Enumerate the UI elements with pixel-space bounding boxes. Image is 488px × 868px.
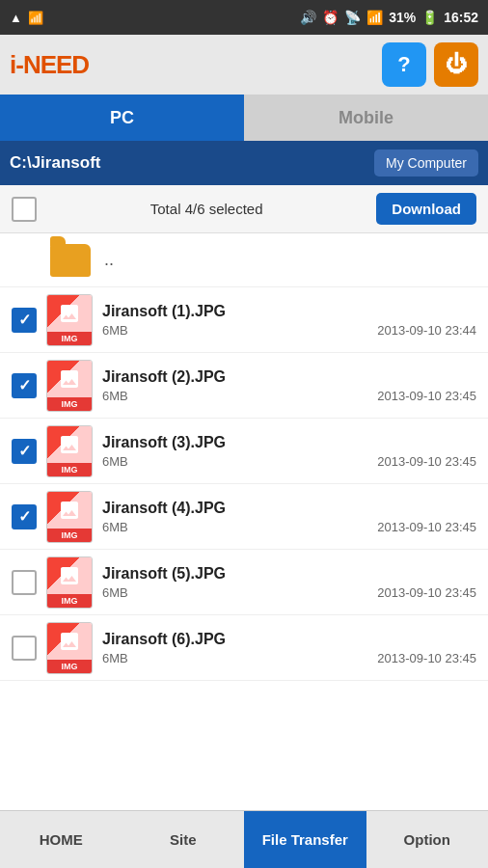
file-thumb-img-5 bbox=[47, 557, 92, 594]
header: i-NEED ? ⏻ bbox=[0, 35, 488, 95]
tab-pc[interactable]: PC bbox=[0, 95, 244, 141]
file-checkbox-3[interactable]: ✓ bbox=[12, 439, 37, 464]
file-row-1: ✓ IMG Jiransoft (1).JPG 6MB 2013-09-10 2… bbox=[0, 287, 488, 353]
tab-pc-label: PC bbox=[110, 108, 134, 128]
current-path: C:\Jiransoft bbox=[10, 153, 100, 173]
file-meta-1: 6MB 2013-09-10 23:44 bbox=[102, 323, 476, 338]
file-meta-5: 6MB 2013-09-10 23:45 bbox=[102, 585, 476, 600]
file-thumbnail-2: IMG bbox=[46, 360, 93, 412]
file-row-4: ✓ IMG Jiransoft (4).JPG 6MB 2013-09-10 2… bbox=[0, 484, 488, 550]
file-checkbox-2[interactable]: ✓ bbox=[12, 373, 37, 398]
file-type-label: IMG bbox=[47, 332, 92, 345]
signal-bars-icon: 📶 bbox=[366, 10, 383, 25]
file-size-1: 6MB bbox=[102, 323, 128, 338]
file-checkbox-1[interactable]: ✓ bbox=[12, 308, 37, 333]
selection-count: Total 4/6 selected bbox=[48, 201, 365, 217]
file-thumb-img-3 bbox=[47, 426, 92, 463]
checkmark-icon: ✓ bbox=[18, 376, 31, 394]
nav-option-label: Option bbox=[404, 831, 450, 848]
file-size-6: 6MB bbox=[102, 651, 128, 665]
path-bar: C:\Jiransoft My Computer bbox=[0, 141, 488, 185]
file-size-5: 6MB bbox=[102, 585, 128, 600]
file-row-3: ✓ IMG Jiransoft (3).JPG 6MB 2013-09-10 2… bbox=[0, 419, 488, 484]
file-meta-3: 6MB 2013-09-10 23:45 bbox=[102, 454, 476, 469]
nav-file-transfer-label: File Transfer bbox=[262, 831, 348, 848]
file-name-5: Jiransoft (5).JPG bbox=[102, 565, 476, 583]
file-size-4: 6MB bbox=[102, 520, 128, 534]
file-info-1: Jiransoft (1).JPG 6MB 2013-09-10 23:44 bbox=[102, 303, 476, 338]
tabs: PC Mobile bbox=[0, 95, 488, 141]
file-thumb-img-1 bbox=[47, 295, 92, 332]
alarm-icon: ⏰ bbox=[322, 10, 339, 25]
file-checkbox-4[interactable]: ✓ bbox=[12, 504, 37, 529]
status-right: 🔊 ⏰ 📡 📶 31% 🔋 16:52 bbox=[300, 10, 478, 25]
battery-icon: 🔋 bbox=[421, 10, 438, 25]
file-thumb-img-2 bbox=[47, 361, 92, 397]
my-computer-button[interactable]: My Computer bbox=[374, 149, 478, 176]
speaker-icon: 🔊 bbox=[300, 10, 316, 25]
file-date-6: 2013-09-10 23:45 bbox=[377, 651, 476, 665]
file-checkbox-5[interactable] bbox=[12, 570, 37, 595]
file-size-2: 6MB bbox=[102, 389, 128, 403]
file-info-2: Jiransoft (2).JPG 6MB 2013-09-10 23:45 bbox=[102, 368, 476, 403]
file-type-label: IMG bbox=[47, 529, 92, 542]
tab-mobile-label: Mobile bbox=[339, 108, 393, 128]
checkmark-icon: ✓ bbox=[18, 507, 31, 526]
signal-icon: 📶 bbox=[28, 11, 43, 25]
nav-option[interactable]: Option bbox=[366, 811, 489, 868]
nav-home[interactable]: HOME bbox=[0, 811, 122, 868]
parent-folder-row[interactable]: .. bbox=[0, 233, 488, 287]
file-date-2: 2013-09-10 23:45 bbox=[377, 389, 476, 403]
file-info-3: Jiransoft (3).JPG 6MB 2013-09-10 23:45 bbox=[102, 434, 476, 469]
wifi-icon: ▲ bbox=[10, 11, 22, 25]
file-thumb-img-6 bbox=[47, 623, 92, 660]
file-thumbnail-1: IMG bbox=[46, 294, 93, 346]
checkmark-icon: ✓ bbox=[18, 442, 31, 460]
nav-home-label: HOME bbox=[40, 831, 83, 848]
help-button[interactable]: ? bbox=[382, 42, 426, 87]
nav-site[interactable]: Site bbox=[122, 811, 245, 868]
power-button[interactable]: ⏻ bbox=[434, 42, 478, 87]
file-name-6: Jiransoft (6).JPG bbox=[102, 631, 476, 648]
file-date-5: 2013-09-10 23:45 bbox=[377, 585, 476, 600]
download-button[interactable]: Download bbox=[376, 193, 476, 225]
tab-mobile[interactable]: Mobile bbox=[244, 95, 488, 141]
file-meta-6: 6MB 2013-09-10 23:45 bbox=[102, 651, 476, 665]
file-type-label: IMG bbox=[47, 397, 92, 411]
file-size-3: 6MB bbox=[102, 454, 128, 469]
battery-text: 31% bbox=[389, 10, 416, 25]
image-icon bbox=[58, 630, 81, 653]
file-row-2: ✓ IMG Jiransoft (2).JPG 6MB 2013-09-10 2… bbox=[0, 353, 488, 419]
image-icon bbox=[58, 433, 81, 456]
file-name-2: Jiransoft (2).JPG bbox=[102, 368, 476, 386]
image-icon bbox=[58, 499, 81, 522]
file-info-5: Jiransoft (5).JPG 6MB 2013-09-10 23:45 bbox=[102, 565, 476, 600]
selection-bar: Total 4/6 selected Download bbox=[0, 185, 488, 233]
app-logo: i-NEED bbox=[10, 50, 89, 80]
file-thumbnail-3: IMG bbox=[46, 425, 93, 477]
file-date-3: 2013-09-10 23:45 bbox=[377, 454, 476, 469]
checkmark-icon: ✓ bbox=[18, 311, 31, 329]
file-name-1: Jiransoft (1).JPG bbox=[102, 303, 476, 320]
header-buttons: ? ⏻ bbox=[382, 42, 478, 87]
wifi-status-icon: 📡 bbox=[344, 10, 361, 25]
file-thumb-img-4 bbox=[47, 492, 92, 529]
file-thumbnail-5: IMG bbox=[46, 556, 93, 609]
file-checkbox-6[interactable] bbox=[12, 636, 37, 661]
file-meta-4: 6MB 2013-09-10 23:45 bbox=[102, 520, 476, 534]
folder-icon bbox=[50, 244, 91, 277]
nav-file-transfer[interactable]: File Transfer bbox=[244, 811, 366, 868]
file-name-3: Jiransoft (3).JPG bbox=[102, 434, 476, 451]
bottom-nav: HOME Site File Transfer Option bbox=[0, 810, 488, 868]
file-thumbnail-4: IMG bbox=[46, 491, 93, 543]
file-row-5: IMG Jiransoft (5).JPG 6MB 2013-09-10 23:… bbox=[0, 550, 488, 615]
file-list: .. ✓ IMG Jiransoft (1).JPG 6MB 2013-09-1… bbox=[0, 233, 488, 810]
file-type-label: IMG bbox=[47, 463, 92, 476]
file-date-1: 2013-09-10 23:44 bbox=[377, 323, 476, 338]
status-left: ▲ 📶 bbox=[10, 11, 43, 25]
image-icon bbox=[58, 367, 81, 391]
status-bar: ▲ 📶 🔊 ⏰ 📡 📶 31% 🔋 16:52 bbox=[0, 0, 488, 35]
file-thumbnail-6: IMG bbox=[46, 622, 93, 674]
image-icon bbox=[58, 564, 81, 587]
select-all-checkbox[interactable] bbox=[12, 197, 37, 222]
